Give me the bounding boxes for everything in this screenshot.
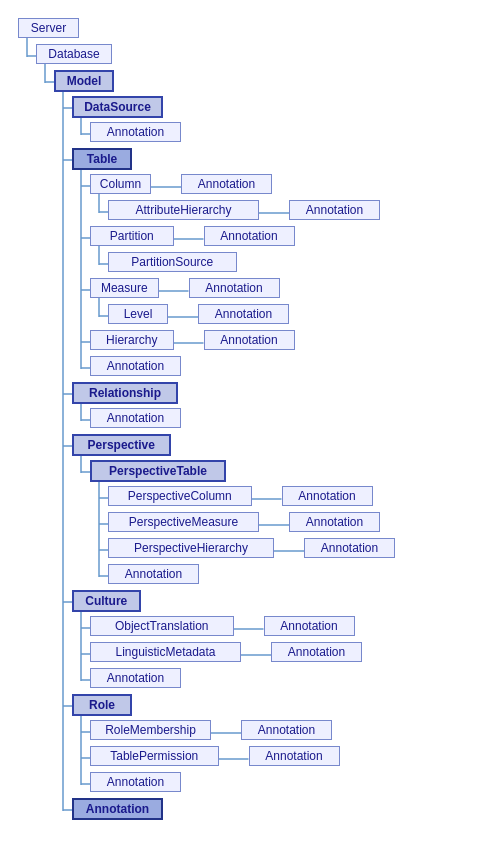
- annotation-right-rolemembership: Annotation: [241, 720, 332, 740]
- node-measure: Measure: [90, 278, 159, 298]
- annotation-right-perspectivehierarchy: Annotation: [304, 538, 395, 558]
- node-linguisticmetadata: LinguisticMetadata: [90, 642, 241, 662]
- annotation-right-attributehierarchy: Annotation: [289, 200, 380, 220]
- node-perspectivemeasure: PerspectiveMeasure: [108, 512, 259, 532]
- tree-root: ServerDatabaseModelDataSourceAnnotationT…: [10, 10, 490, 846]
- node-rolemembership: RoleMembership: [90, 720, 211, 740]
- node-datasource: DataSource: [72, 96, 163, 118]
- node-tablepermission: TablePermission: [90, 746, 219, 766]
- annotation-right-objecttranslation: Annotation: [264, 616, 355, 636]
- annotation-right-level: Annotation: [198, 304, 289, 324]
- annotation-right-partition: Annotation: [204, 226, 295, 246]
- node-annotation5: Annotation: [90, 668, 181, 688]
- annotation-right-hierarchy: Annotation: [204, 330, 295, 350]
- node-database: Database: [36, 44, 112, 64]
- node-perspectivecolumn: PerspectiveColumn: [108, 486, 252, 506]
- node-annotation7: Annotation: [72, 798, 163, 820]
- annotation-right-perspectivemeasure: Annotation: [289, 512, 380, 532]
- node-annotation6: Annotation: [90, 772, 181, 792]
- node-objecttranslation: ObjectTranslation: [90, 616, 234, 636]
- annotation-right-tablepermission: Annotation: [249, 746, 340, 766]
- node-server: Server: [18, 18, 79, 38]
- node-model: Model: [54, 70, 114, 92]
- node-level: Level: [108, 304, 168, 324]
- node-role: Role: [72, 694, 132, 716]
- node-annotation3: Annotation: [90, 408, 181, 428]
- node-relationship: Relationship: [72, 382, 178, 404]
- node-column: Column: [90, 174, 151, 194]
- node-culture: Culture: [72, 590, 141, 612]
- node-partitionsource: PartitionSource: [108, 252, 237, 272]
- tree-container: ServerDatabaseModelDataSourceAnnotationT…: [0, 0, 500, 856]
- node-annotation2: Annotation: [90, 356, 181, 376]
- node-perspective: Perspective: [72, 434, 171, 456]
- node-hierarchy: Hierarchy: [90, 330, 174, 350]
- node-perspectivehierarchy: PerspectiveHierarchy: [108, 538, 274, 558]
- node-perspectivetable: PerspectiveTable: [90, 460, 226, 482]
- annotation-right-measure: Annotation: [189, 278, 280, 298]
- annotation-right-linguisticmetadata: Annotation: [271, 642, 362, 662]
- node-partition: Partition: [90, 226, 174, 246]
- node-attributehierarchy: AttributeHierarchy: [108, 200, 259, 220]
- node-table: Table: [72, 148, 132, 170]
- annotation-right-column: Annotation: [181, 174, 272, 194]
- node-annotation1: Annotation: [90, 122, 181, 142]
- annotation-right-perspectivecolumn: Annotation: [282, 486, 373, 506]
- node-annotation4: Annotation: [108, 564, 199, 584]
